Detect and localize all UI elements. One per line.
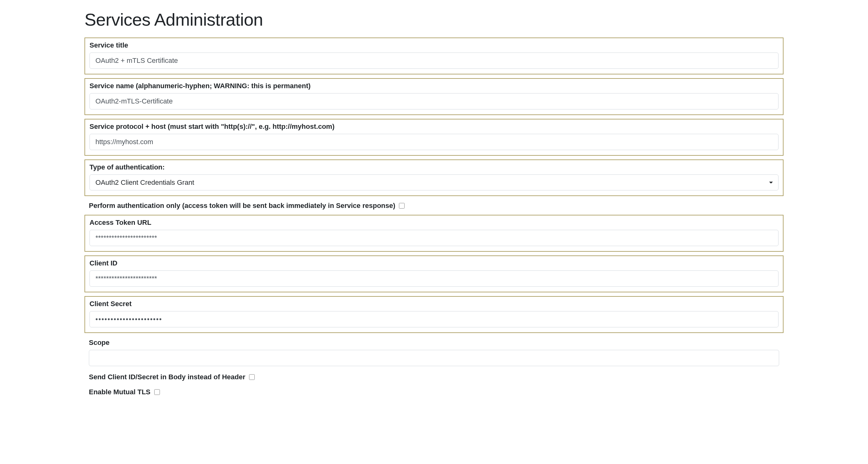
service-host-input[interactable] xyxy=(90,134,778,150)
access-token-url-group: Access Token URL xyxy=(85,215,783,252)
service-host-group: Service protocol + host (must start with… xyxy=(85,119,783,156)
client-secret-label: Client Secret xyxy=(90,300,778,308)
scope-input[interactable] xyxy=(89,350,779,366)
client-id-label: Client ID xyxy=(90,259,778,267)
service-title-input[interactable] xyxy=(90,53,778,69)
auth-type-group: Type of authentication: OAuth2 Client Cr… xyxy=(85,160,783,196)
client-secret-input[interactable] xyxy=(90,311,778,327)
perform-auth-only-row: Perform authentication only (access toke… xyxy=(85,200,783,213)
client-id-input[interactable] xyxy=(90,270,778,287)
auth-type-label: Type of authentication: xyxy=(90,163,778,171)
client-secret-group: Client Secret xyxy=(85,296,783,333)
auth-type-select[interactable]: OAuth2 Client Credentials Grant xyxy=(90,174,778,191)
enable-mtls-checkbox[interactable] xyxy=(154,389,160,395)
service-title-label: Service title xyxy=(90,41,778,49)
send-in-body-label[interactable]: Send Client ID/Secret in Body instead of… xyxy=(89,373,255,381)
send-in-body-checkbox[interactable] xyxy=(249,374,255,380)
access-token-url-label: Access Token URL xyxy=(90,219,778,227)
service-name-input[interactable] xyxy=(90,93,778,109)
scope-label: Scope xyxy=(89,339,779,347)
scope-group: Scope xyxy=(85,337,783,369)
perform-auth-only-label[interactable]: Perform authentication only (access toke… xyxy=(89,202,405,210)
service-name-group: Service name (alphanumeric-hyphen; WARNI… xyxy=(85,78,783,115)
page-title: Services Administration xyxy=(85,9,783,30)
enable-mtls-row: Enable Mutual TLS xyxy=(85,386,783,399)
service-title-group: Service title xyxy=(85,37,783,74)
client-id-group: Client ID xyxy=(85,256,783,292)
service-name-label: Service name (alphanumeric-hyphen; WARNI… xyxy=(90,82,778,90)
perform-auth-only-checkbox[interactable] xyxy=(399,203,405,208)
access-token-url-input[interactable] xyxy=(90,230,778,246)
enable-mtls-label[interactable]: Enable Mutual TLS xyxy=(89,388,160,396)
send-in-body-row: Send Client ID/Secret in Body instead of… xyxy=(85,371,783,384)
service-host-label: Service protocol + host (must start with… xyxy=(90,123,778,131)
